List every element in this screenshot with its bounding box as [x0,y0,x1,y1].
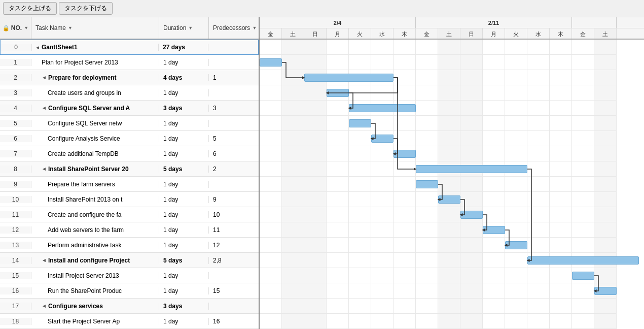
cell-duration: 5 days [159,257,209,264]
cell-duration: 4 days [159,74,209,81]
cell-duration: 1 day [159,89,209,96]
cell-predecessor: 12 [209,242,259,249]
table-row[interactable]: 18Start the Project Server Ap1 day16 [0,314,259,329]
collapse-icon[interactable]: ◄ [35,45,40,50]
table-row[interactable]: 9Prepare the farm servers1 day [0,177,259,192]
gantt-header: 2/42/11金土日月火水木金土日月火水木金土 [260,17,644,40]
day-label: 木 [393,28,416,40]
cell-no: 14 [0,257,31,264]
table-row[interactable]: 3Create users and groups in1 day [0,85,259,101]
cell-no: 0 [1,44,32,51]
gantt-bar[interactable] [393,150,416,158]
table-row[interactable]: 6Configure Analysis Service1 day5 [0,131,259,146]
cell-no: 4 [0,105,31,112]
collapse-icon[interactable]: ◄ [42,257,47,263]
cell-duration: 1 day [159,120,209,127]
cell-predecessor: 1 [209,74,259,81]
day-label: 日 [304,28,327,40]
cell-duration: 1 day [159,272,209,279]
cell-task-name: ◄Configure services [31,303,159,310]
cell-task-name: Prepare the farm servers [31,181,159,188]
collapse-icon[interactable]: ◄ [42,75,47,80]
cell-duration: 1 day [159,226,209,234]
gantt-row [260,146,617,161]
cell-no: 13 [0,242,31,249]
gantt-row [260,192,617,207]
gantt-bar[interactable] [460,211,483,219]
table-row[interactable]: 17◄Configure services3 days [0,299,259,314]
day-label: 月 [327,28,349,40]
cell-predecessor: 3 [209,105,259,112]
cell-task-name: Create users and groups in [31,89,159,96]
gantt-row [260,70,617,85]
task-up-button[interactable]: タスクを上げる [3,2,57,15]
cell-duration: 1 day [159,242,209,249]
table-row[interactable]: 14◄Install and configure Project5 days2,… [0,253,259,268]
main-container: 🔒 NO. ▼ Task Name ▼ Duration ▼ Predecess… [0,17,644,329]
cell-task-name: ◄GanttSheet1 [32,44,159,51]
cell-task-name: Install Project Server 2013 [31,272,159,279]
grid-body: 0◄GanttSheet127 days1Plan for Project Se… [0,40,259,329]
table-row[interactable]: 11Create and configure the fa1 day10 [0,207,259,222]
gantt-bar[interactable] [304,74,393,82]
gantt-day-header: 金土日月火水木金土日月火水木金土 [260,28,644,40]
table-row[interactable]: 16Run the SharePoint Produc1 day15 [0,283,259,299]
cell-predecessor: 2 [209,166,259,173]
table-row[interactable]: 2◄Prepare for deployment4 days1 [0,70,259,85]
table-row[interactable]: 1Plan for Project Server 20131 day [0,55,259,70]
gantt-row [260,161,617,177]
task-down-button[interactable]: タスクを下げる [59,2,113,15]
gantt-bar[interactable] [527,256,639,265]
table-row[interactable]: 8◄Install SharePoint Server 205 days2 [0,161,259,177]
cell-no: 2 [0,74,31,81]
no-filter-icon[interactable]: ▼ [24,25,28,30]
gantt-bar[interactable] [260,58,282,67]
table-row[interactable]: 13Perform administrative task1 day12 [0,238,259,253]
cell-duration: 1 day [159,318,209,325]
col-header-no: 🔒 NO. ▼ [0,17,31,39]
table-row[interactable]: 4◄Configure SQL Server and A3 days3 [0,101,259,116]
cell-predecessor: 5 [209,135,259,142]
week-label-2: 2/11 [416,17,572,28]
table-row[interactable]: 0◄GanttSheet127 days [0,40,259,55]
cell-task-name: Start the Project Server Ap [31,318,159,325]
cell-no: 10 [0,196,31,203]
collapse-icon[interactable]: ◄ [42,105,47,111]
gantt-bar[interactable] [416,165,527,173]
pred-filter-icon[interactable]: ▼ [252,25,257,30]
task-filter-icon[interactable]: ▼ [68,25,73,30]
cell-duration: 5 days [159,166,209,173]
collapse-icon[interactable]: ◄ [42,303,47,309]
gantt-bar[interactable] [572,272,594,280]
gantt-bar[interactable] [438,195,460,204]
grid-header: 🔒 NO. ▼ Task Name ▼ Duration ▼ Predecess… [0,17,259,40]
gantt-bar[interactable] [416,180,438,188]
gantt-row [260,314,617,329]
cell-task-name: Configure Analysis Service [31,135,159,142]
cell-no: 18 [0,318,31,325]
gantt-bar[interactable] [505,241,527,249]
gantt-row [260,131,617,146]
table-row[interactable]: 7Create additional TempDB1 day6 [0,146,259,161]
cell-duration: 1 day [159,59,209,66]
table-row[interactable]: 15Install Project Server 20131 day [0,268,259,283]
table-row[interactable]: 10Install SharePoint 2013 on t1 day9 [0,192,259,207]
table-row[interactable]: 5Configure SQL Server netw1 day [0,116,259,131]
gantt-row [260,222,617,238]
gantt-bar[interactable] [371,135,393,143]
lock-icon: 🔒 [3,25,10,31]
gantt-row [260,238,617,253]
col-header-predecessors: Predecessors ▼ [209,17,259,39]
gantt-bar[interactable] [327,89,349,97]
day-label: 水 [371,28,393,40]
duration-filter-icon[interactable]: ▼ [188,25,193,30]
table-row[interactable]: 12Add web servers to the farm1 day11 [0,222,259,238]
gantt-bar[interactable] [483,226,505,234]
collapse-icon[interactable]: ◄ [42,166,47,172]
gantt-bar[interactable] [349,104,416,112]
cell-duration: 1 day [159,211,209,218]
gantt-bar[interactable] [349,119,371,127]
gantt-bar[interactable] [594,287,617,295]
cell-task-name: ◄Prepare for deployment [31,74,159,81]
predecessors-header-label: Predecessors [213,24,250,31]
